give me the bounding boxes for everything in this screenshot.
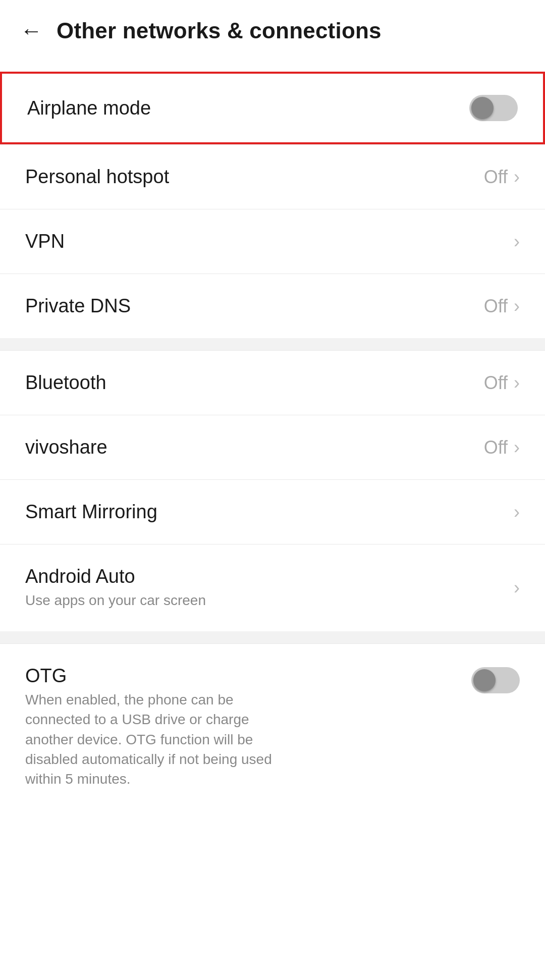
- otg-label: OTG: [25, 665, 471, 687]
- otg-toggle-knob: [473, 669, 496, 691]
- vivoshare-row[interactable]: vivoshare Off ›: [0, 415, 545, 479]
- private-dns-chevron: ›: [514, 296, 520, 317]
- airplane-mode-row[interactable]: Airplane mode: [0, 72, 545, 144]
- otg-labels: OTG When enabled, the phone can be conne…: [25, 665, 471, 789]
- otg-sublabel: When enabled, the phone can be connected…: [25, 690, 288, 789]
- android-auto-label: Android Auto: [25, 566, 514, 587]
- vpn-label: VPN: [25, 231, 514, 252]
- airplane-mode-toggle[interactable]: [469, 95, 518, 121]
- personal-hotspot-label: Personal hotspot: [25, 166, 484, 188]
- toggle-knob: [471, 97, 494, 119]
- private-dns-label: Private DNS: [25, 295, 484, 317]
- vivoshare-right: Off ›: [484, 437, 520, 458]
- personal-hotspot-row[interactable]: Personal hotspot Off ›: [0, 145, 545, 209]
- back-button[interactable]: ←: [20, 20, 42, 42]
- otg-toggle[interactable]: [471, 667, 520, 693]
- smart-mirroring-label: Smart Mirroring: [25, 501, 514, 523]
- smart-mirroring-right: ›: [514, 502, 520, 523]
- android-auto-chevron: ›: [514, 577, 520, 598]
- smart-mirroring-chevron: ›: [514, 502, 520, 523]
- settings-list: Airplane mode Personal hotspot Off › VPN…: [0, 62, 545, 810]
- vpn-right: ›: [514, 231, 520, 252]
- vpn-row[interactable]: VPN ›: [0, 209, 545, 274]
- android-auto-right: ›: [514, 577, 520, 598]
- bluetooth-label: Bluetooth: [25, 372, 484, 394]
- bluetooth-value: Off: [484, 372, 508, 394]
- private-dns-row[interactable]: Private DNS Off ›: [0, 274, 545, 338]
- section-divider-2: [0, 631, 545, 643]
- bluetooth-row[interactable]: Bluetooth Off ›: [0, 351, 545, 415]
- section-divider: [0, 338, 545, 350]
- android-auto-labels: Android Auto Use apps on your car screen: [25, 566, 514, 610]
- personal-hotspot-right: Off ›: [484, 167, 520, 188]
- private-dns-value: Off: [484, 296, 508, 317]
- header: ← Other networks & connections: [0, 0, 545, 62]
- airplane-mode-toggle-area: [469, 95, 518, 121]
- vivoshare-chevron: ›: [514, 437, 520, 458]
- bluetooth-right: Off ›: [484, 372, 520, 394]
- bluetooth-chevron: ›: [514, 372, 520, 394]
- personal-hotspot-chevron: ›: [514, 167, 520, 188]
- smart-mirroring-row[interactable]: Smart Mirroring ›: [0, 480, 545, 544]
- private-dns-right: Off ›: [484, 296, 520, 317]
- vivoshare-label: vivoshare: [25, 437, 484, 458]
- personal-hotspot-value: Off: [484, 167, 508, 188]
- page-title: Other networks & connections: [57, 18, 382, 43]
- otg-row[interactable]: OTG When enabled, the phone can be conne…: [0, 644, 545, 810]
- vivoshare-value: Off: [484, 437, 508, 458]
- otg-toggle-area: [471, 665, 520, 693]
- vpn-chevron: ›: [514, 231, 520, 252]
- android-auto-sublabel: Use apps on your car screen: [25, 590, 288, 610]
- android-auto-row[interactable]: Android Auto Use apps on your car screen…: [0, 545, 545, 631]
- airplane-mode-label: Airplane mode: [27, 97, 469, 119]
